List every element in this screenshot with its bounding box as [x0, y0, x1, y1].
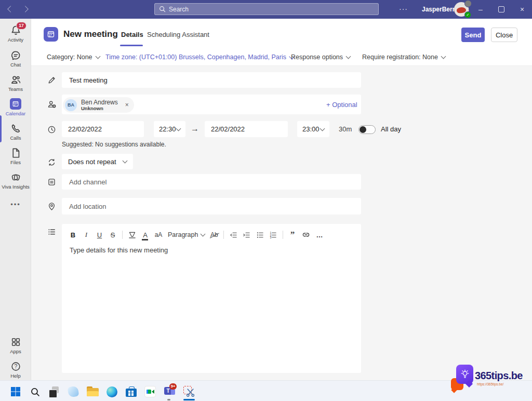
chevron-down-icon: [123, 158, 128, 164]
decrease-indent-button[interactable]: [230, 231, 237, 239]
chevron-down-icon: [95, 54, 100, 59]
minimize-button[interactable]: –: [472, 0, 489, 19]
sidebar-item-activity[interactable]: 17 Activity: [0, 25, 31, 43]
response-options-label: Response options: [291, 54, 343, 61]
toolbar-divider: [122, 231, 123, 239]
numbered-list-button[interactable]: 123: [269, 231, 277, 239]
taskbar-search-icon[interactable]: [28, 385, 42, 398]
meeting-details-editor[interactable]: B I U S A aA Paragraph Ab: [62, 224, 361, 373]
file-explorer-icon[interactable]: [86, 385, 99, 398]
italic-button[interactable]: I: [83, 231, 90, 239]
end-time-dropdown[interactable]: 23:00: [297, 121, 329, 137]
meeting-title-value: Test meeting: [69, 76, 108, 84]
paragraph-dropdown[interactable]: Paragraph: [168, 231, 205, 238]
start-date-input[interactable]: 22/02/2022: [62, 121, 144, 137]
close-window-button[interactable]: ×: [513, 0, 531, 19]
add-channel-input[interactable]: Add channel: [62, 174, 361, 190]
close-button[interactable]: Close: [491, 28, 517, 42]
teams-taskbar-icon[interactable]: T 9+: [163, 385, 177, 398]
end-date-value: 22/02/2022: [211, 125, 245, 133]
more-options-icon[interactable]: ···: [399, 5, 408, 13]
start-button[interactable]: [9, 385, 22, 398]
watermark-url: https://365tips.be/: [477, 382, 503, 386]
app-rail: 17 Activity Chat Teams Calendar: [0, 19, 31, 380]
svg-text:3: 3: [270, 236, 272, 239]
send-button[interactable]: Send: [461, 28, 485, 42]
toggle-knob: [360, 126, 366, 133]
title-bar: Search ··· JasperBernaers ✓ – ×: [0, 0, 532, 19]
start-time-dropdown[interactable]: 22:30: [154, 121, 185, 137]
attendee-name: Ben Andrews: [81, 99, 118, 106]
sidebar-item-viva-insights[interactable]: Viva Insights: [0, 172, 31, 190]
sidebar-item-calls[interactable]: Calls: [0, 123, 31, 141]
tab-details[interactable]: Details: [121, 31, 143, 38]
svg-text:?: ?: [14, 363, 17, 369]
add-location-input[interactable]: Add location: [62, 198, 361, 215]
bulleted-list-button[interactable]: [256, 231, 264, 239]
chat-icon: [0, 50, 31, 61]
clear-formatting-button[interactable]: Ab: [210, 231, 218, 238]
search-icon: [159, 6, 166, 12]
arrow-right-icon: →: [191, 124, 199, 133]
new-meeting-icon: [44, 27, 58, 42]
widgets-icon[interactable]: [66, 385, 80, 398]
bold-button[interactable]: B: [69, 231, 77, 239]
add-optional-attendees-link[interactable]: + Optional: [326, 101, 357, 109]
sidebar-item-calendar[interactable]: Calendar: [0, 98, 31, 116]
teams-icon: [0, 74, 31, 85]
more-formatting-button[interactable]: …: [315, 231, 323, 239]
edge-icon[interactable]: [105, 385, 118, 398]
toolbar-divider: [223, 231, 224, 239]
meeting-header: New meeting Details Scheduling Assistant…: [31, 19, 532, 49]
editor-toolbar: B I U S A aA Paragraph Ab: [69, 229, 323, 241]
forward-icon[interactable]: [22, 6, 29, 12]
meet-camera-icon[interactable]: [143, 385, 157, 398]
response-options-dropdown[interactable]: Response options: [291, 54, 350, 61]
highlight-button[interactable]: [128, 231, 136, 239]
agenda-icon: [47, 228, 56, 236]
require-registration-label: Require registration: None: [362, 54, 438, 61]
font-color-button[interactable]: A: [141, 231, 149, 239]
search-input[interactable]: Search: [154, 3, 379, 15]
sidebar-item-files[interactable]: Files: [0, 148, 31, 165]
microsoft-store-icon[interactable]: [124, 385, 138, 398]
meeting-title-input[interactable]: Test meeting: [62, 72, 361, 88]
timezone-dropdown[interactable]: Time zone: (UTC+01:00) Brussels, Copenha…: [105, 54, 294, 61]
tab-scheduling-assistant[interactable]: Scheduling Assistant: [147, 31, 209, 38]
snipping-tool-icon[interactable]: [182, 385, 196, 398]
sidebar-item-apps[interactable]: Apps: [0, 337, 31, 354]
suggested-text: Suggested: No suggestions available.: [62, 141, 166, 148]
sidebar-item-label: Calls: [0, 135, 31, 141]
underline-button[interactable]: U: [96, 231, 103, 239]
meeting-options-bar: Category: None Time zone: (UTC+01:00) Br…: [31, 49, 532, 66]
increase-indent-button[interactable]: [243, 231, 250, 239]
quote-button[interactable]: ”: [288, 232, 296, 237]
presence-available-icon: ✓: [464, 11, 471, 18]
duration-label: 30m: [339, 125, 352, 133]
sidebar-item-chat[interactable]: Chat: [0, 50, 31, 68]
require-registration-dropdown[interactable]: Require registration: None: [362, 54, 445, 61]
teams-window: Search ··· JasperBernaers ✓ – × 17 Activ…: [0, 0, 532, 401]
category-label: Category: None: [47, 54, 92, 61]
all-day-toggle[interactable]: [358, 125, 376, 134]
end-date-input[interactable]: 22/02/2022: [205, 121, 288, 137]
help-icon: ?: [0, 361, 31, 372]
start-date-value: 22/02/2022: [68, 125, 102, 133]
strikethrough-button[interactable]: S: [109, 231, 117, 239]
category-dropdown[interactable]: Category: None: [47, 54, 100, 61]
sidebar-more-icon[interactable]: •••: [0, 200, 31, 208]
attendee-chip[interactable]: BA Ben Andrews Unknown ×: [63, 97, 134, 113]
phone-icon: [0, 123, 31, 134]
repeat-dropdown[interactable]: Does not repeat: [62, 154, 133, 169]
sidebar-item-teams[interactable]: Teams: [0, 74, 31, 92]
clock-icon: [47, 125, 56, 134]
sidebar-item-label: Teams: [0, 86, 31, 92]
remove-attendee-icon[interactable]: ×: [125, 101, 129, 109]
back-icon[interactable]: [7, 6, 14, 12]
task-view-icon[interactable]: [47, 385, 61, 398]
restore-button[interactable]: [493, 0, 510, 19]
font-size-button[interactable]: aA: [155, 231, 163, 238]
add-location-placeholder: Add location: [69, 203, 107, 210]
sidebar-item-help[interactable]: ? Help: [0, 361, 31, 379]
link-button[interactable]: [302, 231, 310, 239]
